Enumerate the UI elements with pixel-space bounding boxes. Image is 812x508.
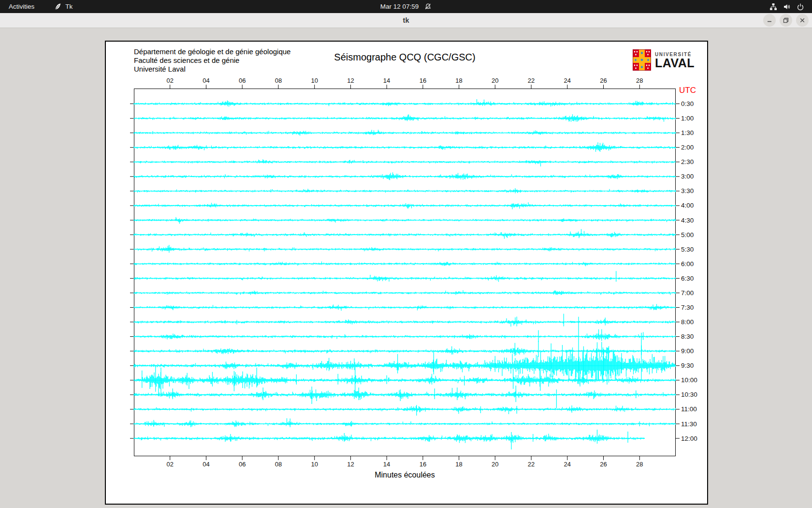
trace-row-8:30 [134,329,676,342]
x-tick-label-top: 24 [564,77,571,84]
close-button[interactable] [796,14,809,27]
clock-label[interactable]: Mar 12 07:59 [380,3,419,10]
x-tick-label-top: 14 [383,77,390,84]
x-tick-label-top: 02 [166,77,173,84]
x-tick-label-top: 04 [203,77,209,84]
window-titlebar: tk [0,13,812,28]
x-tick-label-bottom: 28 [636,461,643,468]
x-tick-label-bottom: 14 [383,461,390,468]
row-time-label: 0:30 [681,100,694,107]
trace-row-8:00 [134,314,676,327]
trace-row-12:00 [134,430,645,449]
row-time-label: 7:30 [681,304,694,311]
x-tick-label-top: 22 [528,77,535,84]
trace-row-2:30 [134,159,676,166]
row-time-label: 8:00 [681,318,694,326]
window-title: tk [0,13,812,28]
app-indicator[interactable]: Tk [54,0,72,13]
x-tick-label-bottom: 24 [564,461,571,468]
x-tick-label-top: 28 [636,77,643,84]
row-time-label: 6:30 [681,275,694,282]
logo-laval-text: LAVAL [655,57,695,69]
x-tick-label-top: 26 [600,77,607,84]
trace-row-5:00 [134,229,676,239]
trace-row-7:00 [134,290,676,295]
x-tick-label-bottom: 10 [311,461,318,468]
trace-row-1:00 [134,114,676,121]
gnome-top-bar: Activities Tk Mar 12 07:59 [0,0,812,13]
notifications-muted-icon [424,3,432,10]
x-tick-label-bottom: 22 [528,461,535,468]
row-time-label: 2:00 [681,144,694,151]
trace-row-11:00 [134,405,676,416]
row-time-label: 12:00 [681,435,697,442]
utc-label: UTC [679,86,696,95]
trace-row-5:30 [134,245,676,253]
system-menu[interactable] [769,0,812,13]
row-time-label: 3:30 [681,187,694,194]
trace-row-7:30 [134,304,676,311]
row-time-label: 11:00 [681,405,697,413]
x-tick-label-bottom: 12 [347,461,354,468]
maximize-icon [783,17,789,24]
trace-row-10:30 [134,386,676,408]
x-tick-label-bottom: 18 [455,461,462,468]
trace-row-1:30 [134,130,676,135]
trace-row-11:30 [134,418,676,428]
power-icon [797,3,804,11]
x-tick-label-bottom: 02 [166,461,173,468]
row-time-label: 10:30 [681,391,697,398]
trace-row-9:00 [134,341,676,357]
trace-row-4:00 [134,202,676,209]
trace-row-4:30 [134,217,676,224]
x-tick-label-top: 06 [239,77,246,84]
universite-laval-logo: UNIVERSITÉ LAVAL [633,49,695,71]
row-time-label: 6:00 [681,260,694,268]
x-tick-label-bottom: 08 [275,461,282,468]
trace-row-6:00 [134,261,676,266]
x-tick-label-bottom: 16 [420,461,426,468]
row-time-label: 5:30 [681,246,694,253]
trace-row-0:30 [134,99,676,106]
header-line-3: Université Laval [134,65,290,74]
row-time-label: 5:00 [681,231,694,239]
x-tick-label-top: 10 [311,77,318,84]
x-tick-label-top: 08 [275,77,282,84]
x-axis-label: Minutes écoulées [134,471,676,479]
row-time-label: 10:00 [681,376,697,384]
trace-row-3:30 [134,188,676,193]
chart-title: Séismographe QCQ (CGC/GSC) [134,52,676,63]
volume-icon [783,3,791,11]
row-time-label: 1:00 [681,115,694,122]
row-time-label: 3:00 [681,173,694,180]
network-wired-icon [769,3,777,11]
row-time-label: 9:30 [681,362,694,369]
row-time-label: 9:00 [681,347,694,355]
window-buttons [763,14,809,27]
row-time-label: 8:30 [681,333,694,340]
trace-row-3:00 [134,172,676,180]
minimize-icon [766,17,773,24]
x-tick-label-bottom: 06 [239,461,246,468]
plot-border [134,89,676,456]
minimize-button[interactable] [763,14,776,27]
top-bar-left: Activities Tk [0,0,72,13]
x-tick-label-top: 12 [347,77,354,84]
seismogram-plot: 0202040406060808101012121414161618182020… [134,89,676,456]
row-time-label: 2:30 [681,158,694,165]
row-time-label: 4:30 [681,217,694,224]
x-tick-label-top: 20 [492,77,498,84]
maximize-button[interactable] [780,14,792,27]
tk-icon [54,3,61,11]
app-indicator-label: Tk [65,3,72,10]
x-tick-label-bottom: 04 [203,461,209,468]
x-tick-label-top: 16 [420,77,426,84]
x-tick-label-bottom: 26 [600,461,607,468]
row-time-label: 1:30 [681,129,694,136]
laval-crest-icon [633,49,651,71]
x-tick-label-top: 18 [455,77,462,84]
seismograph-canvas: Département de géologie et de génie géol… [105,41,708,505]
row-time-label: 4:00 [681,202,694,209]
row-time-label: 7:00 [681,289,694,297]
activities-button[interactable]: Activities [0,0,43,13]
